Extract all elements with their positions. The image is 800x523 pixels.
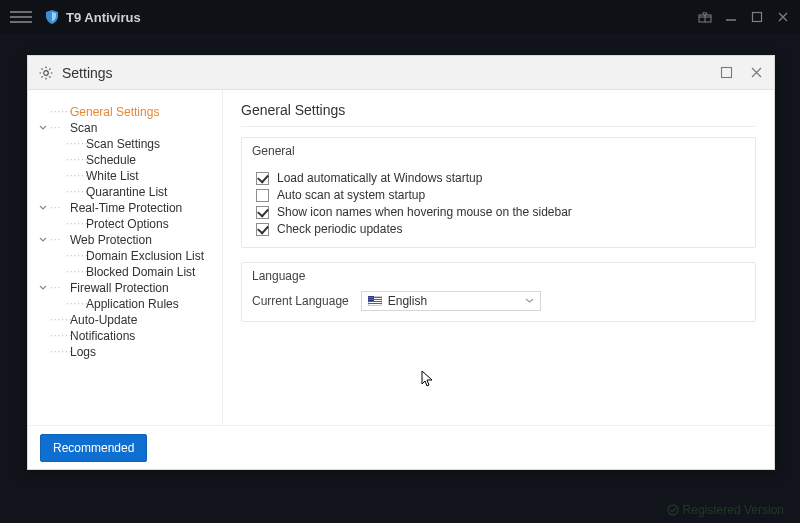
svg-rect-5 — [721, 68, 731, 78]
svg-point-4 — [44, 70, 49, 75]
maximize-settings-icon[interactable] — [718, 65, 734, 81]
tree-schedule[interactable]: ······Schedule — [66, 152, 216, 168]
page-title: General Settings — [241, 102, 756, 127]
settings-window: Settings ······General Settings ···Scan … — [27, 55, 775, 470]
maximize-icon[interactable] — [750, 10, 764, 24]
tree-scan-settings[interactable]: ······Scan Settings — [66, 136, 216, 152]
app-topbar: T9 Antivirus — [0, 0, 800, 34]
settings-content: General Settings General Load automatica… — [223, 90, 774, 425]
checkbox-icon[interactable] — [256, 172, 269, 185]
app-title: T9 Antivirus — [66, 10, 141, 25]
checkbox-icon[interactable] — [256, 189, 269, 202]
option-periodic-updates[interactable]: Check periodic updates — [256, 222, 741, 236]
tree-firewall[interactable]: ···Firewall Protection — [38, 280, 216, 296]
tree-logs[interactable]: ······Logs — [38, 344, 216, 360]
tree-notifications[interactable]: ······Notifications — [38, 328, 216, 344]
settings-header: Settings — [28, 56, 774, 90]
option-load-startup[interactable]: Load automatically at Windows startup — [256, 171, 741, 185]
recommended-button[interactable]: Recommended — [40, 434, 147, 462]
flag-us-icon — [368, 296, 382, 306]
tree-rtp[interactable]: ···Real-Time Protection — [38, 200, 216, 216]
group-general-title: General — [242, 138, 755, 164]
status-registered: Registered Version — [667, 503, 784, 517]
settings-title: Settings — [62, 65, 113, 81]
svg-rect-2 — [753, 13, 762, 22]
group-general: General Load automatically at Windows st… — [241, 137, 756, 248]
tree-white-list[interactable]: ······White List — [66, 168, 216, 184]
minimize-icon[interactable] — [724, 10, 738, 24]
group-language-title: Language — [242, 263, 755, 289]
settings-tree: ······General Settings ···Scan ······Sca… — [28, 90, 223, 425]
language-select[interactable]: English — [361, 291, 541, 311]
gift-icon[interactable] — [698, 10, 712, 24]
tree-blocked-domain[interactable]: ······Blocked Domain List — [66, 264, 216, 280]
tree-domain-exclusion[interactable]: ······Domain Exclusion List — [66, 248, 216, 264]
group-language: Language Current Language English — [241, 262, 756, 322]
gear-icon — [38, 65, 54, 81]
close-app-icon[interactable] — [776, 10, 790, 24]
close-settings-icon[interactable] — [748, 65, 764, 81]
menu-icon[interactable] — [10, 6, 32, 28]
tree-app-rules[interactable]: ······Application Rules — [66, 296, 216, 312]
tree-protect-options[interactable]: ······Protect Options — [66, 216, 216, 232]
option-auto-scan[interactable]: Auto scan at system startup — [256, 188, 741, 202]
shield-icon — [44, 9, 60, 25]
tree-quarantine-list[interactable]: ······Quarantine List — [66, 184, 216, 200]
checkbox-icon[interactable] — [256, 223, 269, 236]
language-value: English — [388, 294, 427, 308]
language-label: Current Language — [252, 294, 349, 308]
chevron-down-icon — [525, 294, 534, 308]
tree-web-protection[interactable]: ···Web Protection — [38, 232, 216, 248]
tree-auto-update[interactable]: ······Auto-Update — [38, 312, 216, 328]
app-brand: T9 Antivirus — [44, 9, 141, 25]
checkbox-icon[interactable] — [256, 206, 269, 219]
settings-footer: Recommended — [28, 425, 774, 469]
tree-scan[interactable]: ···Scan — [38, 120, 216, 136]
option-show-icon-names[interactable]: Show icon names when hovering mouse on t… — [256, 205, 741, 219]
tree-general-settings[interactable]: ······General Settings — [38, 104, 216, 120]
